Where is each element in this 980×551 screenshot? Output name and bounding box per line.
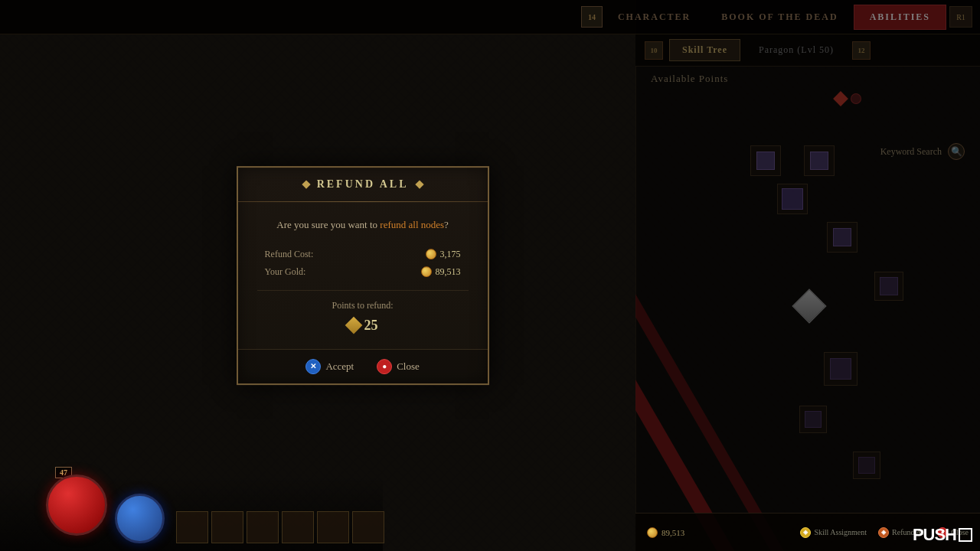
skill-slots	[176, 511, 384, 543]
skill-slot-5[interactable]	[317, 511, 349, 543]
question-end: ?	[444, 219, 449, 230]
bottom-hud: 47	[0, 474, 383, 551]
accept-btn-icon: ✕	[305, 359, 321, 374]
your-gold-amount: 89,513	[436, 266, 461, 278]
skill-slot-2[interactable]	[211, 511, 243, 543]
dialog-footer: ✕ Accept ● Close	[238, 349, 488, 383]
push-logo: PUSH	[913, 525, 972, 545]
highlight-text: refund all nodes	[380, 219, 444, 230]
skill-slot-6[interactable]	[352, 511, 384, 543]
refund-cost-row: Refund Cost: 3,175	[257, 249, 469, 260]
dialog-body: Are you sure you want to refund all node…	[238, 202, 488, 349]
close-label: Close	[397, 360, 420, 373]
push-text: PUSH	[913, 525, 956, 545]
dialog-header: REFUND ALL	[238, 168, 488, 202]
diamond-point-icon	[345, 317, 362, 334]
accept-button[interactable]: ✕ Accept	[305, 359, 354, 374]
gold-coin-icon	[426, 249, 436, 259]
dialog-overlay	[0, 0, 980, 551]
points-amount: 25	[364, 318, 378, 334]
points-to-refund-label: Points to refund:	[257, 300, 469, 311]
gold-coin-icon-2	[421, 266, 432, 277]
refund-all-icon: ◈	[878, 527, 889, 538]
refund-cost-amount: 3,175	[440, 249, 461, 260]
refund-cost-label: Refund Cost:	[265, 249, 314, 260]
points-to-refund-value: 25	[257, 318, 469, 334]
health-orb	[46, 474, 107, 536]
gold-display: 89,513	[647, 527, 684, 538]
dialog-question: Are you sure you want to refund all node…	[257, 217, 469, 233]
square-icon	[959, 528, 972, 542]
close-button[interactable]: ● Close	[377, 359, 420, 374]
skill-assignment-btn[interactable]: ◈ Skill Assignment	[800, 527, 867, 538]
skill-slot-3[interactable]	[247, 511, 279, 543]
gold-amount: 89,513	[662, 528, 684, 537]
gold-icon	[647, 527, 658, 538]
mana-orb	[115, 494, 165, 543]
close-btn-icon: ●	[377, 359, 392, 374]
your-gold-row: Your Gold: 89,513	[257, 266, 469, 278]
skill-assignment-label: Skill Assignment	[814, 528, 867, 536]
skill-assign-icon: ◈	[800, 527, 811, 538]
skill-slot-1[interactable]	[176, 511, 208, 543]
dialog-title: REFUND ALL	[317, 178, 409, 191]
header-diamond-right	[415, 180, 423, 188]
points-to-refund-section: Points to refund: 25	[257, 290, 469, 334]
bottom-right-hud: 89,513 ◈ Skill Assignment ◈ Refund All ●…	[635, 513, 980, 551]
accept-label: Accept	[325, 360, 354, 373]
refund-all-dialog: REFUND ALL Are you sure you want to refu…	[237, 166, 489, 385]
header-diamond-left	[302, 180, 310, 188]
skill-slot-4[interactable]	[282, 511, 314, 543]
your-gold-value: 89,513	[421, 266, 461, 278]
refund-cost-value: 3,175	[426, 249, 461, 260]
question-text: Are you sure you want to	[276, 219, 377, 230]
your-gold-label: Your Gold:	[265, 266, 306, 278]
